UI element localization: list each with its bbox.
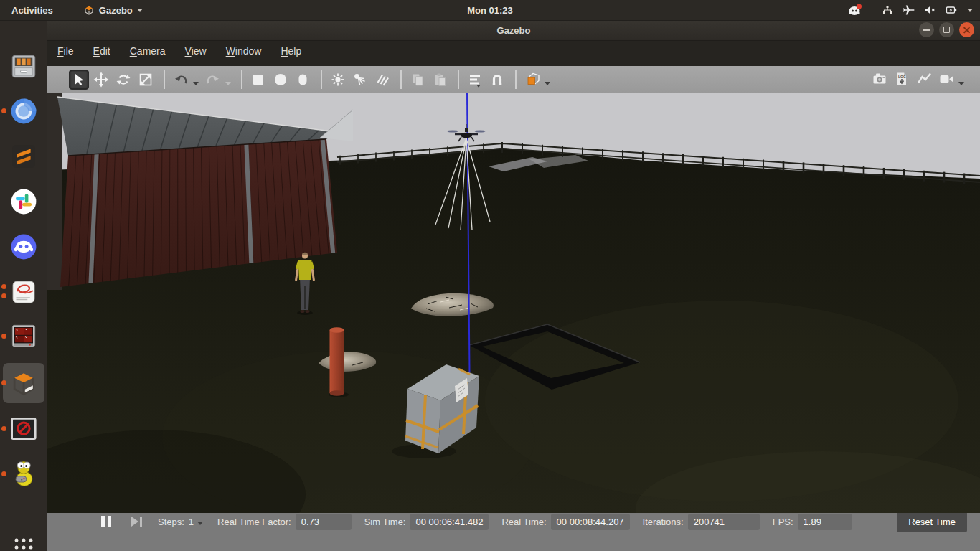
undo-button[interactable] [171, 70, 191, 90]
menu-view[interactable]: View [185, 45, 207, 57]
toolbar: LOG [47, 66, 980, 93]
copy-icon [410, 72, 425, 88]
insert-sphere-button[interactable] [270, 70, 291, 90]
pause-button[interactable] [101, 516, 111, 527]
running-indicator [1, 284, 6, 289]
steps-value[interactable]: 1 [189, 517, 194, 527]
no-entry-screen-icon [9, 416, 39, 442]
3d-viewport[interactable] [47, 93, 980, 502]
camera-icon [872, 71, 888, 87]
rtf-field[interactable]: 0.73 [296, 514, 352, 530]
snap-button[interactable] [487, 70, 507, 90]
toolbar-separator [321, 70, 322, 89]
app-menu[interactable]: Gazebo [83, 4, 143, 16]
running-indicator [1, 471, 6, 476]
directional-light-button[interactable] [372, 70, 392, 90]
record-video-button[interactable] [936, 69, 956, 89]
menu-camera[interactable]: Camera [130, 45, 166, 57]
chevron-down-icon [137, 9, 143, 12]
select-arrow-icon [71, 72, 87, 88]
point-light-button[interactable] [328, 70, 348, 90]
maximize-button[interactable] [939, 22, 954, 37]
screenshot-button[interactable] [870, 69, 890, 89]
align-button[interactable] [465, 70, 485, 90]
dock-item-show-applications[interactable] [6, 530, 41, 551]
dock-item-discord[interactable] [6, 230, 41, 264]
system-tray[interactable] [848, 0, 973, 20]
paste-icon [432, 72, 448, 88]
activities-button[interactable]: Activities [0, 0, 65, 20]
spot-light-button[interactable] [350, 70, 370, 90]
copy-button[interactable] [407, 70, 428, 90]
magnet-icon [489, 72, 505, 88]
running-indicator [1, 293, 6, 298]
menu-file[interactable]: File [57, 45, 74, 57]
menu-bar: File Edit Camera View Window Help [47, 41, 980, 60]
dock-item-turtle-gamepad-app[interactable] [6, 457, 41, 491]
pause-icon [108, 516, 111, 527]
sphere-icon [273, 72, 288, 88]
chromium-icon [8, 95, 39, 127]
scale-tool-button[interactable] [136, 70, 156, 90]
spot-light-icon [352, 72, 368, 88]
iterations-label: Iterations: [643, 517, 684, 527]
running-indicator [1, 426, 6, 431]
dock-item-screen-blocked-app[interactable] [6, 412, 41, 446]
simulation-scene[interactable] [47, 93, 980, 513]
menu-edit[interactable]: Edit [93, 45, 110, 57]
show-applications-icon [9, 533, 38, 551]
paste-button[interactable] [430, 70, 450, 90]
rotate-tool-button[interactable] [113, 70, 133, 90]
redo-icon [205, 72, 221, 88]
steps-spinner-caret[interactable] [197, 522, 203, 525]
slack-icon [8, 186, 39, 217]
real-time-label: Real Time: [501, 517, 546, 527]
insert-box-button[interactable] [248, 70, 268, 90]
redo-history-caret[interactable] [225, 82, 231, 85]
directional-light-icon [374, 72, 390, 88]
insert-cylinder-button[interactable] [293, 70, 313, 90]
menu-help[interactable]: Help [281, 45, 301, 57]
document-viewer-icon [9, 277, 39, 307]
dock-item-files[interactable] [6, 49, 41, 83]
toolbar-separator [164, 70, 165, 89]
fps-field[interactable]: 1.89 [798, 514, 852, 530]
redo-button[interactable] [203, 70, 223, 90]
view-angle-caret[interactable] [545, 82, 550, 85]
discord-notification-icon[interactable] [848, 4, 862, 17]
clock[interactable]: Mon 01:23 [0, 5, 980, 16]
sublime-text-icon [9, 141, 39, 171]
view-angle-button[interactable] [522, 70, 542, 90]
window-titlebar[interactable]: Gazebo [47, 20, 980, 41]
menu-window[interactable]: Window [226, 45, 262, 57]
files-icon [9, 51, 39, 81]
sim-time-label: Sim Time: [364, 517, 406, 527]
dock-item-document-viewer[interactable] [6, 275, 41, 309]
iterations-field[interactable]: 200741 [688, 514, 760, 530]
step-icon [131, 517, 138, 527]
dock-item-chromium[interactable] [6, 94, 41, 128]
gazebo-window: Gazebo File Edit Camera View Window Help [47, 20, 980, 551]
airplane-mode-icon [903, 4, 915, 17]
minimize-button[interactable] [919, 22, 934, 37]
plot-button[interactable] [914, 69, 934, 89]
sim-time-field[interactable]: 00 00:06:41.482 [410, 514, 489, 530]
undo-history-caret[interactable] [193, 82, 199, 85]
rotate-icon [116, 72, 131, 88]
reset-time-button[interactable]: Reset Time [897, 512, 967, 532]
real-time-field[interactable]: 00 00:08:44.207 [551, 514, 630, 530]
record-options-caret[interactable] [958, 82, 964, 85]
close-button[interactable] [959, 22, 974, 37]
cube-icon [250, 72, 266, 88]
running-indicator [1, 108, 6, 113]
dock-item-gazebo[interactable] [3, 363, 44, 403]
save-log-button[interactable]: LOG [892, 69, 912, 89]
step-button[interactable] [131, 517, 142, 527]
dock-item-terminator[interactable] [6, 319, 41, 354]
translate-tool-button[interactable] [91, 70, 111, 90]
select-tool-button[interactable] [69, 70, 89, 90]
line-chart-icon [916, 71, 933, 87]
pause-icon [101, 516, 105, 527]
dock-item-sublime-text[interactable] [6, 139, 41, 174]
dock-item-slack[interactable] [6, 184, 41, 219]
